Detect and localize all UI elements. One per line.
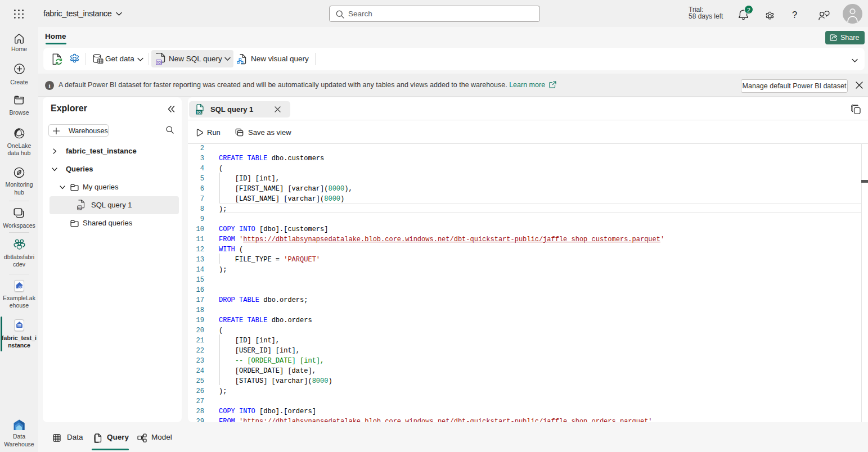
svg-text:SQL: SQL xyxy=(196,111,202,114)
svg-text:SQL: SQL xyxy=(78,207,83,210)
svg-text:SQL: SQL xyxy=(156,61,162,64)
